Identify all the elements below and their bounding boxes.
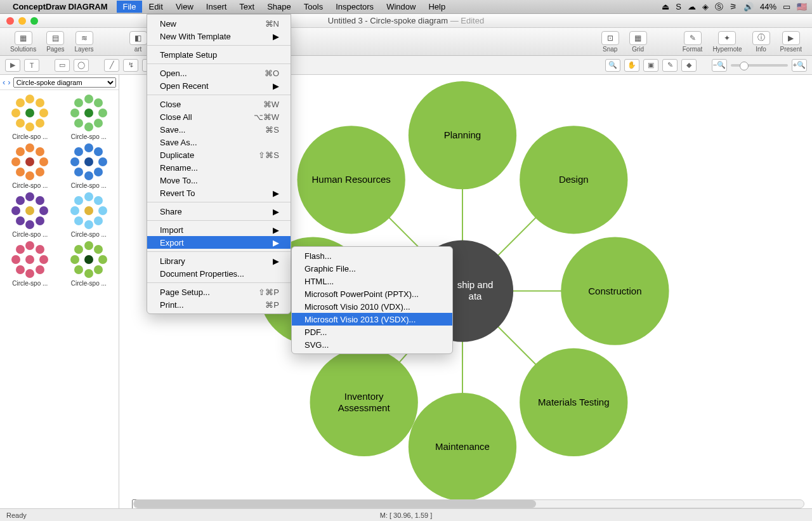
- menu-item[interactable]: PDF...: [292, 326, 452, 338]
- menu-item[interactable]: Revert To▶: [147, 187, 291, 199]
- menu-item[interactable]: Open Recent▶: [147, 79, 291, 92]
- menu-item[interactable]: Graphic File...: [292, 262, 452, 275]
- zoom-slider[interactable]: [731, 64, 788, 67]
- menu-insert[interactable]: Insert: [200, 1, 233, 13]
- title-text: Untitled 3 - Circle-spoke diagram: [328, 16, 448, 25]
- zoom-out[interactable]: −🔍: [712, 59, 727, 72]
- thumb-label: Circle-spo ...: [12, 182, 48, 189]
- ellipse-tool[interactable]: ◯: [74, 59, 89, 72]
- zoom-button[interactable]: [30, 17, 38, 25]
- menu-item[interactable]: Save...⌘S: [147, 123, 291, 136]
- pointer-tool[interactable]: ▶: [5, 59, 20, 72]
- menu-item[interactable]: Library▶: [147, 254, 291, 267]
- menu-shape[interactable]: Shape: [261, 1, 298, 13]
- menu-file[interactable]: File: [117, 1, 143, 13]
- file-menu: New⌘NNew With Template▶Template SetupOpe…: [147, 14, 291, 314]
- info-button[interactable]: ⓘInfo: [752, 31, 770, 53]
- menu-item[interactable]: New⌘N: [147, 17, 291, 30]
- library-thumb[interactable]: Circle-spo ...: [3, 241, 58, 287]
- macos-menubar: ConceptDraw DIAGRAM File Edit View Inser…: [0, 0, 812, 14]
- menu-item[interactable]: HTML...: [292, 275, 452, 287]
- menu-item[interactable]: Open...⌘O: [147, 67, 291, 79]
- menu-help[interactable]: Help: [422, 1, 452, 13]
- spoke-label: Design: [559, 174, 589, 185]
- pages-button[interactable]: ▤Pages: [46, 31, 64, 53]
- rect-tool[interactable]: ▭: [55, 59, 70, 72]
- app-name[interactable]: ConceptDraw DIAGRAM: [13, 2, 108, 11]
- wifi-icon[interactable]: ⚞: [730, 2, 737, 11]
- menu-item[interactable]: SVG...: [292, 338, 452, 351]
- library-header: ‹ › Circle-spoke diagram: [0, 75, 119, 90]
- menu-item[interactable]: Print...⌘P: [147, 298, 291, 311]
- connector-tool[interactable]: ↯: [123, 59, 138, 72]
- lib-back[interactable]: ‹: [3, 77, 5, 87]
- hand-tool[interactable]: ✋: [624, 59, 639, 72]
- menu-item[interactable]: Page Setup...⇧⌘P: [147, 286, 291, 298]
- skype-icon[interactable]: Ⓢ: [715, 1, 723, 13]
- present-button[interactable]: ▶Present: [780, 31, 802, 53]
- menu-item[interactable]: Move To...: [147, 174, 291, 187]
- spoke-label: Materials Testing: [538, 397, 609, 407]
- export-submenu: Flash...Graphic File...HTML...Microsoft …: [291, 246, 453, 354]
- battery-icon[interactable]: ▭: [783, 2, 790, 11]
- status-icon[interactable]: ◈: [702, 2, 709, 11]
- submenu-arrow-icon: ▶: [254, 81, 279, 91]
- menu-item[interactable]: Save As...: [147, 136, 291, 148]
- menu-item[interactable]: New With Template▶: [147, 30, 291, 43]
- menu-item[interactable]: Rename...: [147, 161, 291, 174]
- library-thumb[interactable]: Circle-spo ...: [62, 192, 117, 238]
- grid-button[interactable]: ▦Grid: [629, 31, 647, 53]
- menu-inspectors[interactable]: Inspectors: [329, 1, 380, 13]
- menu-edit[interactable]: Edit: [142, 1, 169, 13]
- volume-icon[interactable]: 🔊: [743, 2, 754, 11]
- library-thumb[interactable]: Circle-spo ...: [62, 94, 117, 140]
- line-tool[interactable]: ╱: [104, 59, 119, 72]
- library-thumb[interactable]: Circle-spo ...: [3, 94, 58, 140]
- menu-item[interactable]: Microsoft Visio 2013 (VSDX)...: [292, 313, 452, 326]
- menu-view[interactable]: View: [169, 1, 200, 13]
- camera-tool[interactable]: ▣: [643, 59, 658, 72]
- hypernote-button[interactable]: ✦Hypernote: [712, 31, 742, 53]
- spoke-label: InventoryAssessment: [338, 391, 391, 413]
- menu-item[interactable]: Close All⌥⌘W: [147, 110, 291, 123]
- menu-item[interactable]: Close⌘W: [147, 98, 291, 110]
- zoom-in[interactable]: +🔍: [792, 59, 807, 72]
- solutions-button[interactable]: ▦Solutions: [10, 31, 36, 53]
- menu-item[interactable]: Document Properties...: [147, 267, 291, 280]
- lib-fwd[interactable]: ›: [8, 77, 10, 87]
- library-thumb[interactable]: Circle-spo ...: [3, 143, 58, 189]
- status-icon[interactable]: ⏏: [662, 2, 669, 11]
- library-select[interactable]: Circle-spoke diagram: [13, 77, 116, 88]
- menu-item[interactable]: Template Setup: [147, 48, 291, 61]
- battery-percent[interactable]: 44%: [760, 2, 776, 11]
- menu-item[interactable]: Microsoft PowerPoint (PPTX)...: [292, 287, 452, 300]
- minimize-button[interactable]: [18, 17, 26, 25]
- menu-item[interactable]: Microsoft Visio 2010 (VDX)...: [292, 300, 452, 313]
- menu-text[interactable]: Text: [233, 1, 261, 13]
- close-button[interactable]: [6, 17, 14, 25]
- chart-button[interactable]: ◧art: [129, 31, 147, 53]
- eyedrop-tool[interactable]: ✎: [662, 59, 678, 72]
- highlight-tool[interactable]: ◆: [681, 59, 697, 72]
- library-thumb[interactable]: Circle-spo ...: [62, 241, 117, 287]
- status-icon[interactable]: S: [676, 2, 681, 11]
- library-thumb[interactable]: Circle-spo ...: [3, 192, 58, 238]
- horizontal-scrollbar[interactable]: [133, 499, 804, 508]
- menu-item[interactable]: Duplicate⇧⌘S: [147, 148, 291, 161]
- snap-button[interactable]: ⊡Snap: [601, 31, 619, 53]
- layers-button[interactable]: ≋Layers: [75, 31, 94, 53]
- format-button[interactable]: ✎Format: [683, 31, 703, 53]
- menu-item[interactable]: Flash...: [292, 249, 452, 262]
- zoom-tool[interactable]: 🔍: [605, 59, 620, 72]
- menu-window[interactable]: Window: [380, 1, 422, 13]
- flag-icon[interactable]: 🇺🇸: [797, 2, 807, 11]
- menu-item[interactable]: Export▶: [147, 236, 291, 249]
- spoke-label: Maintenance: [435, 441, 490, 452]
- cloud-icon[interactable]: ☁: [688, 2, 696, 11]
- menu-item[interactable]: Share▶: [147, 205, 291, 218]
- text-tool[interactable]: T: [24, 59, 39, 72]
- thumb-label: Circle-spo ...: [12, 231, 48, 238]
- library-thumb[interactable]: Circle-spo ...: [62, 143, 117, 189]
- menu-tools[interactable]: Tools: [298, 1, 329, 13]
- menu-item[interactable]: Import▶: [147, 223, 291, 236]
